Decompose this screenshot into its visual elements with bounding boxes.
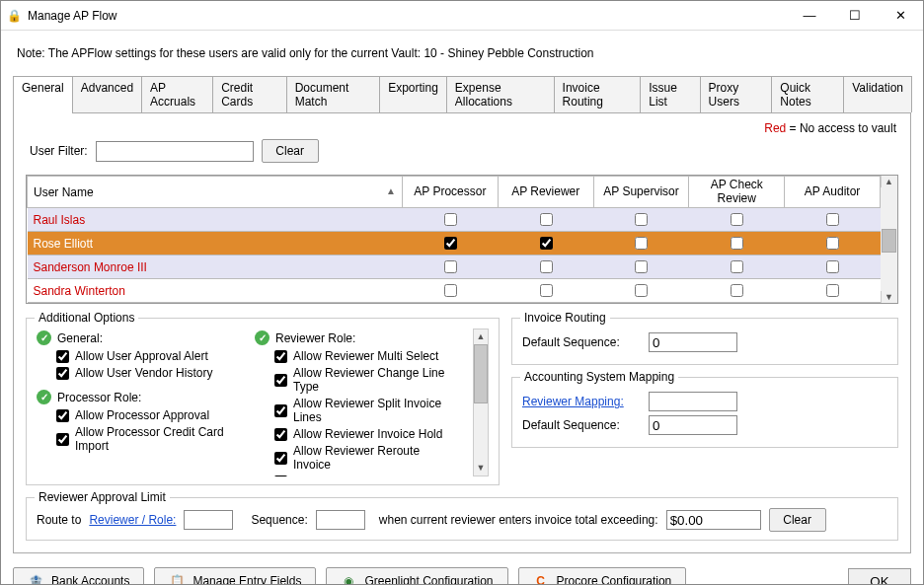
allow-processor-approval[interactable] <box>56 409 69 422</box>
allow-user-approval-alert[interactable] <box>56 350 69 363</box>
role-checkbox[interactable] <box>731 237 743 250</box>
role-checkbox[interactable] <box>540 284 553 297</box>
ral-reviewer-role-link[interactable]: Reviewer / Role: <box>89 513 176 527</box>
allow-processor-cc-import[interactable] <box>56 433 69 446</box>
ral-amount-input[interactable] <box>666 510 761 530</box>
col-user-name-label: User Name <box>34 185 94 199</box>
allow-reviewer-split-invoice[interactable] <box>274 404 287 417</box>
tab-proxy-users[interactable]: Proxy Users <box>700 76 773 112</box>
role-cell <box>403 256 499 279</box>
bank-icon: 🏦 <box>28 573 43 585</box>
role-checkbox[interactable] <box>635 213 648 226</box>
manage-entry-fields-button[interactable]: 📋 Manage Entry Fields <box>154 567 316 585</box>
role-checkbox[interactable] <box>444 260 457 273</box>
tab-credit-cards[interactable]: Credit Cards <box>212 76 287 112</box>
tab-expense-allocations[interactable]: Expense Allocations <box>446 76 555 112</box>
role-checkbox[interactable] <box>635 237 648 250</box>
allow-reviewer-edit-invoice[interactable] <box>274 475 287 477</box>
window-controls: — ☐ ✕ <box>787 1 923 31</box>
procore-icon: C <box>533 573 549 585</box>
col-ap-processor[interactable]: AP Processor <box>403 177 499 208</box>
scroll-down-icon[interactable]: ▼ <box>881 291 897 303</box>
role-checkbox[interactable] <box>444 213 457 226</box>
options-scrollbar[interactable]: ▲ ▼ <box>473 329 489 476</box>
invoice-routing-title: Invoice Routing <box>520 311 610 325</box>
minimize-button[interactable]: — <box>787 1 832 31</box>
reviewer-mapping-input[interactable] <box>649 392 737 411</box>
allow-reviewer-reroute-invoice[interactable] <box>274 452 287 465</box>
bank-accounts-label: Bank Accounts <box>51 574 129 585</box>
allow-reviewer-multi-select[interactable] <box>274 350 287 363</box>
role-checkbox[interactable] <box>731 213 743 226</box>
note-text: Note: The APFlow settings for these user… <box>17 46 907 60</box>
tab-advanced[interactable]: Advanced <box>72 76 142 112</box>
scroll-thumb[interactable] <box>882 229 896 253</box>
tab-ap-accruals[interactable]: AP Accruals <box>141 76 213 112</box>
allow-reviewer-invoice-hold[interactable] <box>274 428 287 441</box>
tab-validation[interactable]: Validation <box>843 76 912 112</box>
ral-sequence-input[interactable] <box>316 510 365 530</box>
role-checkbox[interactable] <box>444 284 457 297</box>
col-ap-reviewer[interactable]: AP Reviewer <box>498 177 593 208</box>
user-filter-label: User Filter: <box>30 144 88 158</box>
user-filter-input[interactable] <box>96 141 254 162</box>
scroll-thumb[interactable] <box>474 344 488 403</box>
allow-processor-approval-label: Allow Processor Approval <box>75 408 209 422</box>
role-checkbox[interactable] <box>635 260 648 273</box>
ral-when-text: when current reviewer enters invoice tot… <box>379 513 658 527</box>
title-bar: 🔒 Manage AP Flow — ☐ ✕ <box>1 1 923 31</box>
ok-button[interactable]: OK <box>848 568 911 585</box>
tab-quick-notes[interactable]: Quick Notes <box>771 76 844 112</box>
role-checkbox[interactable] <box>826 284 839 297</box>
role-checkbox[interactable] <box>540 237 553 250</box>
maximize-button[interactable]: ☐ <box>832 1 878 31</box>
procore-config-button[interactable]: C Procore Configuration <box>518 567 687 585</box>
col-ap-check-review[interactable]: AP Check Review <box>689 177 785 208</box>
role-checkbox[interactable] <box>444 237 457 250</box>
tab-document-match[interactable]: Document Match <box>286 76 380 112</box>
role-checkbox[interactable] <box>731 260 743 273</box>
role-cell <box>498 232 593 256</box>
role-checkbox[interactable] <box>826 237 839 250</box>
role-checkbox[interactable] <box>635 284 648 297</box>
grid-scrollbar[interactable]: ▲ ▼ <box>881 176 897 303</box>
close-button[interactable]: ✕ <box>878 1 923 31</box>
col-ap-supervisor[interactable]: AP Supervisor <box>593 177 689 208</box>
col-user-name[interactable]: User Name▲ <box>28 177 403 208</box>
table-row[interactable]: Sanderson Monroe III <box>28 256 881 279</box>
role-checkbox[interactable] <box>826 260 839 273</box>
bottom-toolbar: 🏦 Bank Accounts 📋 Manage Entry Fields ◉ … <box>13 567 911 585</box>
scroll-down-icon[interactable]: ▼ <box>474 461 488 475</box>
invoice-default-seq-label: Default Sequence: <box>522 335 641 349</box>
ral-title: Reviewer Approval Limit <box>35 490 170 504</box>
allow-reviewer-change-line-type[interactable] <box>274 374 287 387</box>
invoice-default-seq-input[interactable] <box>649 332 737 352</box>
tab-issue-list[interactable]: Issue List <box>640 76 700 112</box>
tab-exporting[interactable]: Exporting <box>379 76 447 112</box>
greenlight-config-button[interactable]: ◉ Greenlight Configuration <box>326 567 507 585</box>
accounting-default-seq-input[interactable] <box>649 415 737 435</box>
greenlight-icon: ◉ <box>341 573 356 585</box>
table-row[interactable]: Sandra Winterton <box>28 279 881 303</box>
scroll-up-icon[interactable]: ▲ <box>881 176 897 187</box>
tab-general[interactable]: General <box>13 76 73 112</box>
allow-user-vendor-history[interactable] <box>56 367 69 380</box>
scroll-up-icon[interactable]: ▲ <box>474 329 488 344</box>
allow-user-vendor-history-label: Allow User Vendor History <box>75 366 212 380</box>
table-row[interactable]: Raul Islas <box>28 208 881 232</box>
role-checkbox[interactable] <box>731 284 743 297</box>
reviewer-mapping-link[interactable]: Reviewer Mapping: <box>522 395 641 408</box>
col-ap-auditor[interactable]: AP Auditor <box>785 177 881 208</box>
role-checkbox[interactable] <box>540 213 553 226</box>
ral-clear-button[interactable]: Clear <box>769 508 826 532</box>
clear-filter-button[interactable]: Clear <box>262 139 319 163</box>
bank-accounts-button[interactable]: 🏦 Bank Accounts <box>13 567 144 585</box>
role-checkbox[interactable] <box>540 260 553 273</box>
ral-reviewer-role-input[interactable] <box>184 510 233 530</box>
tab-invoice-routing[interactable]: Invoice Routing <box>554 76 642 112</box>
allow-reviewer-invoice-hold-label: Allow Reviewer Invoice Hold <box>293 427 442 441</box>
table-row[interactable]: Rose Elliott <box>28 232 881 256</box>
role-checkbox[interactable] <box>826 213 839 226</box>
role-cell <box>689 208 785 232</box>
role-cell <box>689 279 785 303</box>
